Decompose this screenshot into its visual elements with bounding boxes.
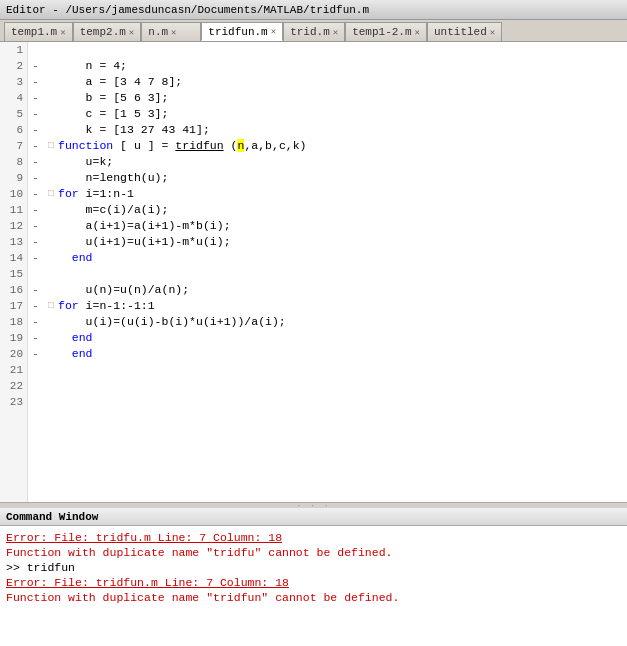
line-number-20: 20 (4, 346, 23, 362)
code-line-14: - end (32, 250, 623, 266)
code-line-13: - u(i+1)=u(i+1)-m*u(i); (32, 234, 623, 250)
line-dash-18: - (32, 314, 48, 330)
code-line-6: - k = [13 27 43 41]; (32, 122, 623, 138)
code-line-21 (32, 362, 623, 378)
fold-icon-5 (48, 106, 58, 122)
cmd-line: Error: File: tridfu.m Line: 7 Column: 18 (6, 530, 621, 545)
line-dash-2: - (32, 58, 48, 74)
code-line-5: - c = [1 5 3]; (32, 106, 623, 122)
line-number-13: 13 (4, 234, 23, 250)
code-text-5: c = [1 5 3]; (58, 106, 168, 122)
fold-icon-1 (48, 42, 58, 58)
line-dash-16: - (32, 282, 48, 298)
line-number-18: 18 (4, 314, 23, 330)
code-text-18: u(i)=(u(i)-b(i)*u(i+1))/a(i); (58, 314, 286, 330)
title-bar: Editor - /Users/jamesduncasn/Documents/M… (0, 0, 627, 20)
line-dash-7: - (32, 138, 48, 154)
fold-icon-10[interactable]: □ (48, 186, 58, 202)
code-text-16: u(n)=u(n)/a(n); (58, 282, 189, 298)
code-line-10: -□for i=1:n-1 (32, 186, 623, 202)
tab-close-untitled[interactable]: ✕ (490, 27, 495, 38)
code-text-19: end (58, 330, 93, 346)
line-number-14: 14 (4, 250, 23, 266)
line-number-3: 3 (4, 74, 23, 90)
line-number-10: 10 (4, 186, 23, 202)
tab-temp2[interactable]: temp2.m✕ (73, 22, 142, 41)
tab-trid[interactable]: trid.m✕ (283, 22, 345, 41)
line-number-17: 17 (4, 298, 23, 314)
code-line-3: - a = [3 4 7 8]; (32, 74, 623, 90)
fold-icon-17[interactable]: □ (48, 298, 58, 314)
code-text-11: m=c(i)/a(i); (58, 202, 168, 218)
code-line-20: - end (32, 346, 623, 362)
fold-icon-3 (48, 74, 58, 90)
code-container[interactable]: 1234567891011121314151617181920212223 - … (0, 42, 627, 502)
tab-label-temp1: temp1.m (11, 26, 57, 38)
tab-close-temp2[interactable]: ✕ (129, 27, 134, 38)
fold-icon-18 (48, 314, 58, 330)
tab-untitled[interactable]: untitled✕ (427, 22, 502, 41)
tab-label-untitled: untitled (434, 26, 487, 38)
tab-close-trid[interactable]: ✕ (333, 27, 338, 38)
code-line-23 (32, 394, 623, 410)
tab-bar: temp1.m✕temp2.m✕n.m✕tridfun.m✕trid.m✕tem… (0, 20, 627, 42)
fold-icon-4 (48, 90, 58, 106)
line-dash-4: - (32, 90, 48, 106)
code-text-17: for i=n-1:-1:1 (58, 298, 155, 314)
tab-close-tridfun[interactable]: ✕ (271, 26, 276, 37)
command-window-content[interactable]: Error: File: tridfu.m Line: 7 Column: 18… (0, 526, 627, 646)
editor-area: 1234567891011121314151617181920212223 - … (0, 42, 627, 502)
code-text-2: n = 4; (58, 58, 127, 74)
code-text-3: a = [3 4 7 8]; (58, 74, 182, 90)
code-text-7: function [ u ] = tridfun (n,a,b,c,k) (58, 138, 307, 154)
code-text-6: k = [13 27 43 41]; (58, 122, 210, 138)
fold-icon-8 (48, 154, 58, 170)
tab-n[interactable]: n.m✕ (141, 22, 201, 41)
tab-close-n[interactable]: ✕ (171, 27, 176, 38)
line-number-16: 16 (4, 282, 23, 298)
fold-icon-14 (48, 250, 58, 266)
code-text-20: end (58, 346, 93, 362)
tab-label-temp1-2: temp1-2.m (352, 26, 411, 38)
code-line-4: - b = [5 6 3]; (32, 90, 623, 106)
line-dash-17: - (32, 298, 48, 314)
code-line-12: - a(i+1)=a(i+1)-m*b(i); (32, 218, 623, 234)
code-text-8: u=k; (58, 154, 113, 170)
line-dash-3: - (32, 74, 48, 90)
fold-icon-12 (48, 218, 58, 234)
tab-tridfun[interactable]: tridfun.m✕ (201, 22, 283, 41)
line-number-22: 22 (4, 378, 23, 394)
tab-label-trid: trid.m (290, 26, 330, 38)
fold-icon-16 (48, 282, 58, 298)
code-line-16: - u(n)=u(n)/a(n); (32, 282, 623, 298)
tab-temp1[interactable]: temp1.m✕ (4, 22, 73, 41)
cmd-line: Function with duplicate name "tridfu" ca… (6, 545, 621, 560)
code-line-18: - u(i)=(u(i)-b(i)*u(i+1))/a(i); (32, 314, 623, 330)
tab-temp1-2[interactable]: temp1-2.m✕ (345, 22, 427, 41)
line-dash-11: - (32, 202, 48, 218)
code-line-8: - u=k; (32, 154, 623, 170)
line-number-12: 12 (4, 218, 23, 234)
cmd-line: Error: File: tridfun.m Line: 7 Column: 1… (6, 575, 621, 590)
line-number-8: 8 (4, 154, 23, 170)
code-text-12: a(i+1)=a(i+1)-m*b(i); (58, 218, 231, 234)
line-dash-5: - (32, 106, 48, 122)
fold-icon-15 (48, 266, 58, 282)
fold-icon-7[interactable]: □ (48, 138, 58, 154)
code-content[interactable]: - n = 4;- a = [3 4 7 8];- b = [5 6 3];- … (28, 42, 627, 502)
line-dash-12: - (32, 218, 48, 234)
fold-icon-9 (48, 170, 58, 186)
tab-close-temp1[interactable]: ✕ (60, 27, 65, 38)
fold-icon-6 (48, 122, 58, 138)
line-number-4: 4 (4, 90, 23, 106)
code-line-7: -□function [ u ] = tridfun (n,a,b,c,k) (32, 138, 623, 154)
title-text: Editor - /Users/jamesduncasn/Documents/M… (6, 4, 369, 16)
fold-icon-2 (48, 58, 58, 74)
cmd-line: >> tridfun (6, 560, 621, 575)
code-line-9: - n=length(u); (32, 170, 623, 186)
tab-close-temp1-2[interactable]: ✕ (415, 27, 420, 38)
tab-label-tridfun: tridfun.m (208, 26, 267, 38)
cmd-line: Function with duplicate name "tridfun" c… (6, 590, 621, 605)
line-dash-13: - (32, 234, 48, 250)
fold-icon-19 (48, 330, 58, 346)
